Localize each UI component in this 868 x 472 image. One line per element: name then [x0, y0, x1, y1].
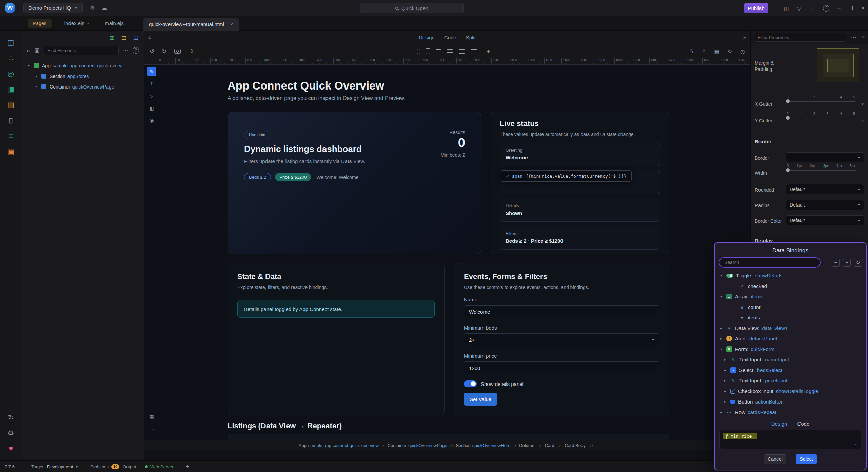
grid-icon[interactable]: ▦ — [714, 48, 719, 55]
view-mode-tab[interactable]: Design — [419, 35, 435, 40]
style-tool-icon[interactable]: ◧ — [147, 103, 156, 113]
binding-tree-item[interactable]: ▸ ••• Row cardsRepeat — [715, 407, 866, 417]
structure-help-icon[interactable]: ? — [133, 47, 139, 54]
status-card[interactable]: Greeting Welcome — [500, 143, 660, 166]
export-icon[interactable]: ↥ — [702, 48, 706, 55]
text-tool-icon[interactable]: T — [147, 79, 156, 88]
more-options-icon[interactable]: ⋯ — [851, 34, 856, 41]
y-gutter-slider[interactable]: 012345 — [786, 112, 856, 118]
expression-editor[interactable]: ƒ minPrice. ↔ — [719, 430, 861, 449]
document-tab[interactable]: main.ejs — [105, 16, 130, 31]
y-gutter-clear-icon[interactable]: × — [861, 118, 864, 124]
tablet-portrait-icon[interactable] — [426, 48, 430, 54]
cloud-sync-icon[interactable]: ☁ — [101, 4, 107, 12]
rounded-select[interactable]: Default — [786, 184, 864, 194]
dimensions-icon[interactable]: + — [487, 48, 490, 54]
select-button[interactable]: Select — [796, 454, 817, 464]
document-tab[interactable]: quick-overview--tour-manual.html × — [143, 18, 239, 31]
events-forms-panel[interactable]: Events, Forms & Filters Use these contro… — [454, 263, 669, 415]
pages-panel-toggle[interactable]: Pages — [28, 19, 52, 28]
board-view-icon[interactable]: ◫ — [133, 34, 138, 40]
chevron-icon[interactable]: ▸ — [724, 368, 730, 372]
price-input[interactable] — [464, 361, 659, 374]
tab-design[interactable]: Design — [771, 421, 787, 427]
chevron-icon[interactable]: ▾ — [720, 347, 726, 351]
problems-button[interactable]: Problems 19 — [90, 461, 119, 472]
undo-icon[interactable]: ↺ — [150, 48, 154, 55]
breadcrumb-item[interactable]: Container quickOverviewPage > — [388, 443, 456, 448]
binding-tree-item[interactable]: ▸ ▼ Data View: data_view1 — [715, 323, 866, 333]
more-options-icon[interactable]: ⋯ — [123, 47, 128, 53]
routes-icon[interactable]: ◎ — [4, 66, 18, 81]
docker-icon[interactable]: ▣ — [4, 144, 18, 159]
code-view-icon[interactable]: ‹› — [27, 47, 30, 53]
quick-open-button[interactable]: Quick Open — [360, 3, 464, 13]
slider-knob[interactable] — [786, 99, 790, 103]
chevron-icon[interactable]: ▾ — [28, 64, 34, 67]
layout-panels-icon[interactable]: ◫ — [784, 5, 789, 12]
project-settings-icon[interactable]: ⚙ — [90, 4, 95, 12]
minimize-button[interactable]: – — [837, 5, 841, 11]
styles-icon[interactable]: ▯ — [4, 113, 18, 128]
collapse-right-icon[interactable]: » — [743, 34, 746, 40]
bindings-search-input[interactable] — [719, 257, 821, 268]
chevron-icon[interactable]: ▸ — [36, 85, 41, 88]
chevron-icon[interactable]: ▾ — [720, 274, 726, 277]
database-icon[interactable]: ▥ — [4, 81, 18, 97]
breadcrumb-item[interactable]: Card Body > — [565, 443, 596, 448]
server-connect-icon[interactable]: ▤ — [4, 97, 18, 113]
tree-row[interactable]: ▸ Container quickOverviewPage — [22, 81, 144, 92]
tab-close-icon[interactable]: × — [230, 21, 233, 27]
chevron-icon[interactable]: ▸ — [720, 326, 726, 330]
refresh-icon[interactable]: ↻ — [854, 259, 862, 267]
binding-tree-item[interactable]: ▾ Toggle: showDetails — [715, 270, 866, 281]
beds-select[interactable]: 2+ — [464, 333, 659, 346]
show-details-toggle[interactable] — [464, 380, 477, 387]
chevron-icon[interactable]: ▸ — [724, 389, 730, 393]
binding-tree-item[interactable]: ▸ ▾ Select: bedsSelect — [715, 365, 866, 375]
panel-menu-icon[interactable]: ≡ — [862, 34, 865, 40]
live-status-panel[interactable]: Live status These values update automati… — [491, 112, 669, 254]
maximize-button[interactable] — [849, 6, 853, 10]
hero-card[interactable]: Live data Dynamic listings dashboard Fil… — [228, 112, 481, 254]
tree-row[interactable]: ▸ Section appStores — [22, 71, 144, 81]
border-select[interactable] — [786, 152, 864, 162]
set-value-button[interactable]: Set Value — [464, 393, 497, 406]
chevron-icon[interactable]: ▸ — [720, 410, 726, 414]
breadcrumb-item[interactable]: Card > — [545, 443, 565, 448]
beaker-icon[interactable]: ▽ — [797, 5, 801, 12]
filter-properties-input[interactable] — [754, 33, 846, 42]
frame-icon[interactable]: ▭ — [147, 424, 156, 433]
project-selector[interactable]: Demo Projects HQ — [23, 3, 83, 13]
breadcrumb-item[interactable]: Column > — [519, 443, 545, 448]
pages-panel-icon[interactable]: ◫ — [4, 35, 18, 50]
binding-tree-item[interactable]: ▾ ≣ Form: quickForm — [715, 344, 866, 354]
tab-code[interactable]: Code — [797, 421, 809, 427]
grid-toggle-icon[interactable]: ▦ — [147, 412, 156, 421]
chevron-icon[interactable]: ▾ — [720, 295, 726, 298]
chevron-icon[interactable]: ▸ — [724, 379, 730, 382]
board-icon[interactable]: ▣ — [35, 47, 39, 53]
settings-icon[interactable]: ⚙ — [4, 425, 18, 441]
view-mode-tab[interactable]: Split — [466, 35, 476, 40]
breadcrumb-item[interactable]: App sample-app-connect-quick-overview > — [299, 443, 388, 448]
binding-tree-item[interactable]: ▸ ! Alert: detailsPanel — [715, 333, 866, 344]
widescreen-icon[interactable] — [471, 49, 477, 53]
binding-tree-item[interactable]: ≡ items — [715, 312, 866, 323]
collapse-left-icon[interactable]: « — [148, 34, 151, 40]
preview-tool-icon[interactable]: ◉ — [147, 116, 156, 125]
document-tab[interactable]: index.ejs ● — [64, 16, 92, 31]
collapse-all-icon[interactable]: − — [832, 259, 840, 267]
tablet-landscape-icon[interactable] — [436, 49, 441, 53]
updates-icon[interactable]: ↻ — [4, 410, 18, 425]
pro-icon[interactable]: ♥ — [4, 441, 18, 456]
git-icon[interactable]: ∴ — [4, 50, 18, 66]
binding-tree-item[interactable]: ▸ ✎ Text Input: priceInput — [715, 375, 866, 386]
help-icon[interactable]: ? — [823, 5, 829, 12]
edit-tool-icon[interactable]: ✎ — [147, 67, 156, 76]
box-model-widget[interactable] — [817, 48, 859, 82]
slider-knob[interactable] — [786, 168, 790, 172]
publish-button[interactable]: Publish — [744, 3, 768, 13]
close-button[interactable]: × — [861, 4, 865, 12]
layers-icon[interactable]: ≡ — [4, 128, 18, 144]
